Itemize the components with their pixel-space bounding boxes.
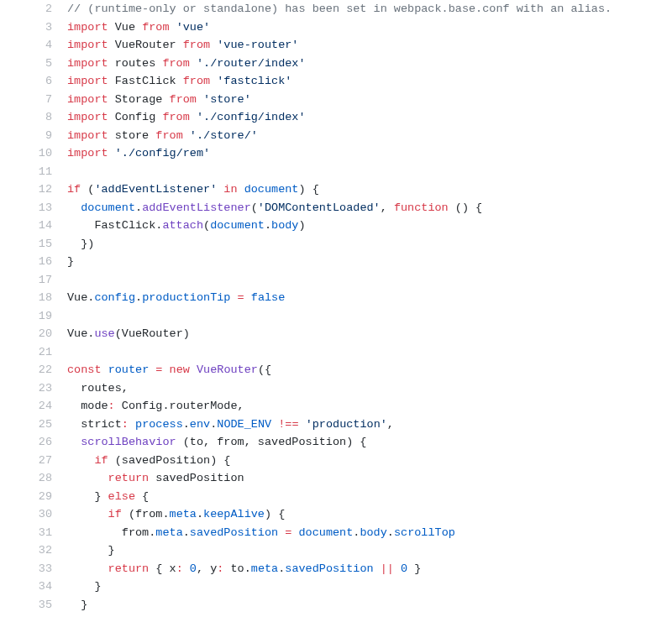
code-token: 'DOMContentLoaded' (258, 201, 381, 214)
code-token: from. (122, 526, 156, 539)
line-number: 2 (0, 0, 52, 18)
line-number: 31 (0, 524, 52, 542)
code-token: from (162, 111, 189, 123)
code-token: ( (81, 183, 94, 196)
code-line[interactable]: } (67, 541, 672, 560)
code-line[interactable]: strict: process.env.NODE_ENV !== 'produc… (67, 416, 672, 434)
code-line[interactable]: scrollBehavior (to, from, savedPosition)… (67, 433, 672, 452)
code-token: if (108, 508, 122, 520)
code-line[interactable]: import Config from './config/index' (67, 108, 672, 127)
code-token: , (387, 418, 394, 431)
code-token: FastClick. (94, 219, 162, 232)
code-line[interactable]: document.addEventListener('DOMContentLoa… (67, 199, 672, 217)
line-number: 11 (0, 163, 52, 181)
code-token (102, 363, 108, 376)
code-token (271, 418, 278, 431)
code-line[interactable] (67, 271, 672, 290)
code-line[interactable]: import store from './store/' (67, 127, 672, 145)
code-token (190, 57, 197, 70)
code-token: routes, (81, 382, 129, 395)
code-token: = (238, 291, 244, 304)
code-token (394, 562, 401, 575)
code-token: scrollBehavior (81, 436, 176, 448)
code-line[interactable]: if (from.meta.keepAlive) { (67, 505, 672, 524)
code-line[interactable]: from.meta.savedPosition = document.body.… (67, 524, 672, 542)
code-token: () { (449, 201, 483, 214)
code-line[interactable]: import './config/rem' (67, 144, 672, 163)
code-line[interactable]: return savedPosition (67, 469, 672, 488)
code-token: . (265, 219, 271, 232)
code-token: ) { (265, 508, 285, 520)
code-token: document (210, 219, 265, 232)
code-line[interactable] (67, 343, 672, 362)
code-line[interactable]: import FastClick from 'fastclick' (67, 72, 672, 91)
code-token: scrollTop (394, 526, 455, 539)
code-token: import (67, 129, 108, 142)
code-token: meta (155, 526, 182, 539)
code-token: body (360, 526, 386, 539)
code-line[interactable]: } else { (67, 488, 672, 506)
line-number: 22 (0, 361, 52, 379)
code-line[interactable]: import Storage from 'store' (67, 91, 672, 109)
code-token: './config/index' (197, 111, 306, 123)
code-line[interactable]: const router = new VueRouter({ (67, 361, 672, 379)
code-token: else (108, 490, 135, 503)
code-line[interactable]: FastClick.attach(document.body) (67, 217, 672, 235)
code-token: Config.routerMode, (115, 400, 244, 412)
code-area[interactable]: // (runtime-only or standalone) has been… (67, 0, 672, 617)
code-line[interactable]: mode: Config.routerMode, (67, 397, 672, 416)
line-number: 16 (0, 253, 52, 271)
code-line[interactable] (67, 163, 672, 181)
code-line[interactable]: return { x: 0, y: to.meta.savedPosition … (67, 560, 672, 578)
code-token: new (170, 363, 190, 376)
line-number: 19 (0, 307, 52, 326)
code-token: FastClick (108, 75, 183, 87)
code-token: ) { (298, 183, 318, 196)
code-token: meta (251, 562, 278, 575)
code-line[interactable]: } (67, 253, 672, 271)
code-line[interactable]: import routes from './router/index' (67, 55, 672, 73)
code-token: { (135, 490, 149, 503)
code-line[interactable]: import Vue from 'vue' (67, 18, 672, 37)
code-line[interactable]: routes, (67, 379, 672, 398)
code-line[interactable]: import VueRouter from 'vue-router' (67, 36, 672, 55)
code-token: || (381, 562, 394, 575)
code-token: import (67, 75, 108, 87)
code-token (183, 562, 190, 575)
line-number: 7 (0, 91, 52, 109)
code-line[interactable]: Vue.config.productionTip = false (67, 289, 672, 307)
code-token (190, 363, 197, 376)
code-token (170, 21, 176, 34)
code-token: NODE_ENV (217, 418, 271, 431)
code-token: Vue. (67, 327, 94, 340)
code-token: : (108, 400, 115, 412)
code-line[interactable]: Vue.use(VueRouter) (67, 325, 672, 343)
code-line[interactable]: if (savedPosition) { (67, 452, 672, 470)
line-number: 18 (0, 289, 52, 307)
code-line[interactable]: if ('addEventListener' in document) { (67, 180, 672, 199)
code-token (230, 291, 237, 304)
code-viewer: 2345678910111213141516171819202122232425… (0, 0, 672, 617)
code-line[interactable]: } (67, 596, 672, 614)
code-token: : (122, 418, 129, 431)
line-number: 5 (0, 55, 52, 73)
code-line[interactable]: // (runtime-only or standalone) has been… (67, 0, 672, 18)
code-token: from (142, 21, 169, 34)
code-line[interactable] (67, 307, 672, 326)
code-line[interactable]: } (67, 578, 672, 596)
code-token: './store/' (190, 129, 258, 142)
code-token: (savedPosition) { (108, 454, 231, 467)
code-token (162, 363, 169, 376)
code-token: } (94, 490, 108, 503)
code-token: . (135, 291, 142, 304)
code-token: 'production' (306, 418, 387, 431)
code-token: process (135, 418, 183, 431)
code-token: keepAlive (203, 508, 265, 520)
code-token: . (183, 418, 190, 431)
code-token: (VueRouter) (115, 327, 190, 340)
code-token: './router/index' (197, 57, 306, 70)
code-token: } (407, 562, 421, 575)
code-line[interactable]: }) (67, 235, 672, 254)
line-number: 21 (0, 343, 52, 362)
code-token: import (67, 21, 108, 34)
